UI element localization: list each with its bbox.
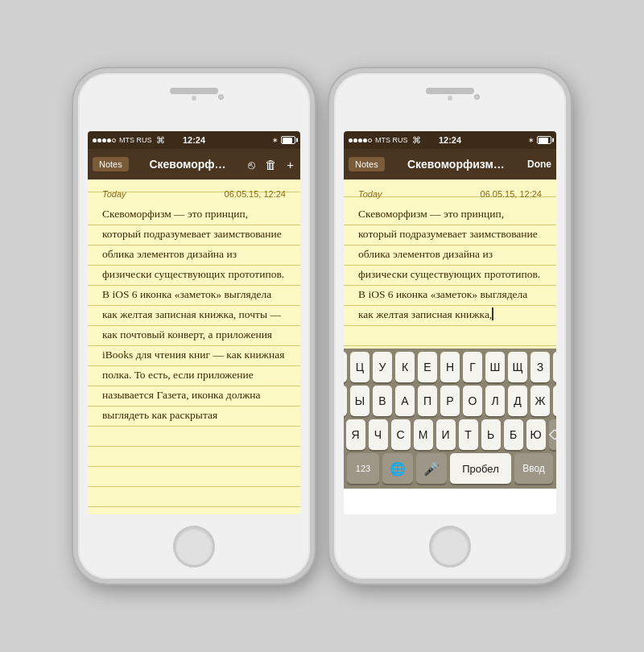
phone-2: MTS RUS ⌘ 12:24 ∗ Notes Скевоморфизм… Do… [329,68,571,584]
volume-down-button-2[interactable] [329,241,331,270]
key-э[interactable]: Э [553,386,556,416]
key-с[interactable]: С [391,419,411,450]
key-р[interactable]: Р [440,386,460,416]
phone-1-screen: MTS RUS ⌘ 12:24 ∗ Notes Скевоморф… ⎋ 🗑 [88,131,300,514]
key-г[interactable]: Г [463,352,482,382]
status-right: ∗ [272,136,295,144]
share-button[interactable]: ⎋ [246,156,257,173]
enter-key[interactable]: Ввод [514,453,553,484]
signal-dot-4 [107,138,111,142]
key-з[interactable]: З [530,352,550,382]
carrier-label-2: MTS RUS [375,136,408,144]
keyboard-bottom-row: 123 🌐 🎤 Пробел Ввод [344,450,556,489]
key-ш[interactable]: Ш [485,352,505,382]
key-ы[interactable]: Ы [350,386,369,416]
num-label: 123 [356,464,370,473]
key-е[interactable]: Е [418,352,437,382]
wifi-icon: ⌘ [156,135,165,146]
key-а[interactable]: А [395,386,415,416]
note-inner-2: Today 06.05.15, 12:24 Скевоморфизм — это… [353,186,547,328]
power-button-2[interactable] [569,186,571,226]
status-left: MTS RUS ⌘ [93,135,165,146]
front-camera-2 [474,94,480,100]
signal-dot-2-2 [353,138,357,142]
nav-title-1: Скевоморф… [132,158,243,171]
key-б[interactable]: Б [504,419,523,450]
key-щ[interactable]: Щ [508,352,527,382]
backspace-key[interactable]: ⌫ [549,419,557,450]
note-date-line-1: Today 06.05.15, 12:24 [102,189,286,199]
note-text-2[interactable]: Скевоморфизм — это принцип, который подр… [358,204,542,324]
power-button[interactable] [313,186,315,226]
status-bar-2: MTS RUS ⌘ 12:24 ∗ [344,131,556,149]
compose-button[interactable]: + [285,156,295,173]
key-д[interactable]: Д [508,386,527,416]
key-м[interactable]: М [414,419,433,450]
text-cursor [492,307,493,320]
mic-key[interactable]: 🎤 [416,453,447,484]
signal-dot-2 [97,138,101,142]
key-л[interactable]: Л [485,386,505,416]
back-button-1[interactable]: Notes [93,157,129,171]
status-time-2: 12:24 [439,135,461,145]
volume-up-button-2[interactable] [329,204,331,233]
note-datetime-1: 06.05.15, 12:24 [225,189,286,199]
key-у[interactable]: У [373,352,392,382]
enter-label: Ввод [522,463,545,474]
key-в[interactable]: В [373,386,392,416]
keyboard: Й Ц У К Е Н Г Ш Щ З Х Ф Ы В А [344,349,556,489]
space-key[interactable]: Пробел [450,453,511,484]
num-key[interactable]: 123 [347,453,379,484]
note-inner-1: Today 06.05.15, 12:24 Скевоморфизм — это… [97,186,291,428]
front-camera [218,94,224,100]
mute-button-2[interactable] [329,170,331,192]
globe-key[interactable]: 🌐 [382,453,413,484]
signal-dot-2-1 [349,138,353,142]
nav-title-2: Скевоморфизм… [388,158,524,171]
key-ф[interactable]: Ф [344,386,347,416]
key-ж[interactable]: Ж [530,386,550,416]
bluetooth-icon-2: ∗ [528,136,535,144]
volume-down-button[interactable] [73,241,75,270]
key-ц[interactable]: Ц [350,352,369,382]
note-text-1[interactable]: Скевоморфизм — это принцип, который подр… [102,204,286,425]
key-я[interactable]: Я [346,419,365,450]
keyboard-row-1: Й Ц У К Е Н Г Ш Щ З Х [344,349,556,382]
carrier-label: MTS RUS [119,136,152,144]
key-н[interactable]: Н [440,352,460,382]
key-о[interactable]: О [463,386,482,416]
done-button[interactable]: Done [527,159,551,170]
status-bar-1: MTS RUS ⌘ 12:24 ∗ [88,131,300,149]
mute-button[interactable] [73,170,75,192]
note-content-2[interactable]: Today 06.05.15, 12:24 Скевоморфизм — это… [344,180,556,349]
trash-button[interactable]: 🗑 [263,156,279,173]
space-label: Пробел [462,463,499,475]
phone-2-screen: MTS RUS ⌘ 12:24 ∗ Notes Скевоморфизм… Do… [344,131,556,514]
key-и[interactable]: И [436,419,456,450]
nav-actions-1: ⎋ 🗑 + [246,156,295,173]
key-й[interactable]: Й [344,352,347,382]
signal-dot-5 [112,138,116,142]
signal-dot-1 [93,138,97,142]
key-ч[interactable]: Ч [369,419,388,450]
nav-bar-1: Notes Скевоморф… ⎋ 🗑 + [88,149,300,180]
key-ю[interactable]: Ю [526,419,546,450]
key-ь[interactable]: Ь [481,419,501,450]
back-button-2[interactable]: Notes [349,157,385,171]
signal-dots-2 [349,138,372,142]
status-time: 12:24 [183,135,205,145]
key-т[interactable]: Т [459,419,478,450]
status-left-2: MTS RUS ⌘ [349,135,421,146]
signal-dot-2-5 [368,138,372,142]
nav-bar-2: Notes Скевоморфизм… Done [344,149,556,180]
volume-up-button[interactable] [73,204,75,233]
keyboard-row-3: ⇧ Я Ч С М И Т Ь Б Ю ⌫ [344,416,556,450]
note-content-1[interactable]: Today 06.05.15, 12:24 Скевоморфизм — это… [88,180,300,514]
note-section-label-1: Today [102,189,126,199]
battery-icon [281,136,295,144]
key-х[interactable]: Х [553,352,556,382]
signal-dot-3 [102,138,106,142]
key-к[interactable]: К [395,352,415,382]
status-right-2: ∗ [528,136,551,144]
key-п[interactable]: П [418,386,437,416]
